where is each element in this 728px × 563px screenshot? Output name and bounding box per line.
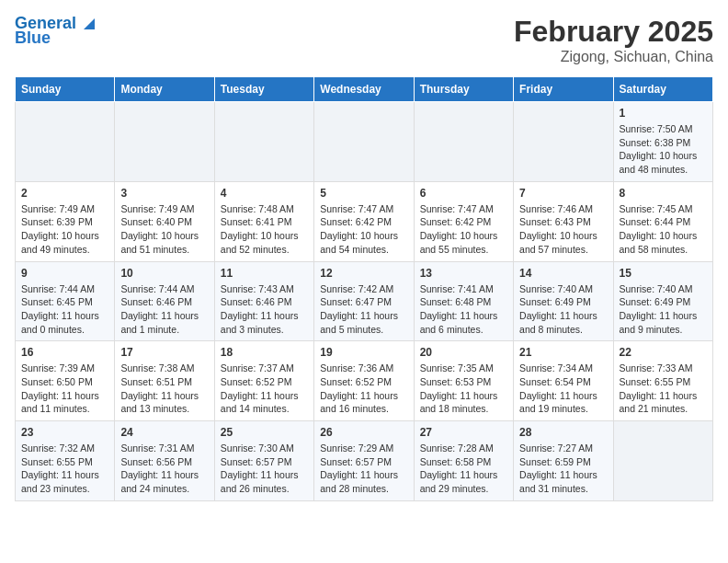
logo-blue: Blue <box>15 29 51 48</box>
day-cell <box>613 421 712 501</box>
weekday-header-thursday: Thursday <box>414 77 513 102</box>
logo-icon <box>78 13 98 33</box>
day-cell: 23Sunrise: 7:32 AMSunset: 6:55 PMDayligh… <box>16 421 115 501</box>
day-info: Sunrise: 7:43 AMSunset: 6:46 PMDaylight:… <box>221 282 308 337</box>
day-number: 14 <box>519 267 607 280</box>
calendar-title: February 2025 Zigong, Sichuan, China <box>514 15 713 65</box>
weekday-header-saturday: Saturday <box>613 77 712 102</box>
weekday-header-monday: Monday <box>115 77 214 102</box>
day-cell <box>514 102 613 182</box>
day-number: 16 <box>21 346 108 359</box>
weekday-header-sunday: Sunday <box>16 77 115 102</box>
day-number: 11 <box>221 267 308 280</box>
day-number: 5 <box>320 187 407 200</box>
day-number: 28 <box>519 426 607 439</box>
day-cell: 15Sunrise: 7:40 AMSunset: 6:49 PMDayligh… <box>613 261 712 341</box>
day-number: 21 <box>519 346 607 359</box>
day-info: Sunrise: 7:47 AMSunset: 6:42 PMDaylight:… <box>320 202 407 257</box>
day-number: 24 <box>120 426 208 439</box>
day-cell: 17Sunrise: 7:38 AMSunset: 6:51 PMDayligh… <box>115 341 214 421</box>
day-cell: 3Sunrise: 7:49 AMSunset: 6:40 PMDaylight… <box>115 181 214 261</box>
day-info: Sunrise: 7:37 AMSunset: 6:52 PMDaylight:… <box>221 362 308 416</box>
day-cell: 14Sunrise: 7:40 AMSunset: 6:49 PMDayligh… <box>514 261 613 341</box>
day-cell: 10Sunrise: 7:44 AMSunset: 6:46 PMDayligh… <box>115 261 214 341</box>
day-cell: 13Sunrise: 7:41 AMSunset: 6:48 PMDayligh… <box>414 261 513 341</box>
day-info: Sunrise: 7:47 AMSunset: 6:42 PMDaylight:… <box>420 202 507 257</box>
weekday-header-wednesday: Wednesday <box>314 77 414 102</box>
logo: General Blue <box>15 15 98 48</box>
month-year-title: February 2025 <box>514 15 713 49</box>
day-cell: 18Sunrise: 7:37 AMSunset: 6:52 PMDayligh… <box>214 341 313 421</box>
day-info: Sunrise: 7:35 AMSunset: 6:53 PMDaylight:… <box>420 362 507 416</box>
day-number: 26 <box>320 426 407 439</box>
day-number: 15 <box>620 267 707 280</box>
day-cell: 28Sunrise: 7:27 AMSunset: 6:59 PMDayligh… <box>514 421 613 501</box>
day-number: 3 <box>120 187 208 200</box>
day-cell: 5Sunrise: 7:47 AMSunset: 6:42 PMDaylight… <box>314 181 414 261</box>
day-info: Sunrise: 7:41 AMSunset: 6:48 PMDaylight:… <box>420 282 507 337</box>
day-number: 20 <box>420 346 507 359</box>
day-info: Sunrise: 7:38 AMSunset: 6:51 PMDaylight:… <box>120 362 208 416</box>
day-info: Sunrise: 7:48 AMSunset: 6:41 PMDaylight:… <box>221 202 308 257</box>
day-cell: 19Sunrise: 7:36 AMSunset: 6:52 PMDayligh… <box>314 341 414 421</box>
week-row-4: 16Sunrise: 7:39 AMSunset: 6:50 PMDayligh… <box>16 341 713 421</box>
day-info: Sunrise: 7:32 AMSunset: 6:55 PMDaylight:… <box>21 442 108 496</box>
calendar-table: SundayMondayTuesdayWednesdayThursdayFrid… <box>15 76 713 501</box>
day-cell: 2Sunrise: 7:49 AMSunset: 6:39 PMDaylight… <box>16 181 115 261</box>
weekday-header-friday: Friday <box>514 77 613 102</box>
day-number: 2 <box>21 187 108 200</box>
svg-marker-0 <box>84 18 95 29</box>
day-number: 18 <box>221 346 308 359</box>
day-number: 4 <box>221 187 308 200</box>
day-cell: 20Sunrise: 7:35 AMSunset: 6:53 PMDayligh… <box>414 341 513 421</box>
day-info: Sunrise: 7:49 AMSunset: 6:39 PMDaylight:… <box>21 202 108 257</box>
day-info: Sunrise: 7:46 AMSunset: 6:43 PMDaylight:… <box>519 202 607 257</box>
day-number: 25 <box>221 426 308 439</box>
day-cell: 9Sunrise: 7:44 AMSunset: 6:45 PMDaylight… <box>16 261 115 341</box>
week-row-5: 23Sunrise: 7:32 AMSunset: 6:55 PMDayligh… <box>16 421 713 501</box>
day-number: 17 <box>120 346 208 359</box>
day-info: Sunrise: 7:36 AMSunset: 6:52 PMDaylight:… <box>320 362 407 416</box>
day-cell <box>115 102 214 182</box>
week-row-1: 1Sunrise: 7:50 AMSunset: 6:38 PMDaylight… <box>16 102 713 182</box>
day-number: 7 <box>519 187 607 200</box>
day-cell: 4Sunrise: 7:48 AMSunset: 6:41 PMDaylight… <box>214 181 313 261</box>
day-info: Sunrise: 7:34 AMSunset: 6:54 PMDaylight:… <box>519 362 607 416</box>
day-cell: 16Sunrise: 7:39 AMSunset: 6:50 PMDayligh… <box>16 341 115 421</box>
day-number: 6 <box>420 187 507 200</box>
day-cell <box>414 102 513 182</box>
day-cell: 24Sunrise: 7:31 AMSunset: 6:56 PMDayligh… <box>115 421 214 501</box>
week-row-2: 2Sunrise: 7:49 AMSunset: 6:39 PMDaylight… <box>16 181 713 261</box>
day-number: 19 <box>320 346 407 359</box>
day-number: 9 <box>21 267 108 280</box>
day-number: 13 <box>420 267 507 280</box>
day-info: Sunrise: 7:44 AMSunset: 6:46 PMDaylight:… <box>120 282 208 337</box>
day-number: 1 <box>620 107 707 120</box>
week-row-3: 9Sunrise: 7:44 AMSunset: 6:45 PMDaylight… <box>16 261 713 341</box>
day-info: Sunrise: 7:50 AMSunset: 6:38 PMDaylight:… <box>620 122 707 177</box>
day-number: 27 <box>420 426 507 439</box>
day-info: Sunrise: 7:40 AMSunset: 6:49 PMDaylight:… <box>620 282 707 337</box>
day-cell <box>214 102 313 182</box>
day-info: Sunrise: 7:45 AMSunset: 6:44 PMDaylight:… <box>620 202 707 257</box>
day-cell: 1Sunrise: 7:50 AMSunset: 6:38 PMDaylight… <box>613 102 712 182</box>
day-cell: 26Sunrise: 7:29 AMSunset: 6:57 PMDayligh… <box>314 421 414 501</box>
day-info: Sunrise: 7:28 AMSunset: 6:58 PMDaylight:… <box>420 442 507 496</box>
weekday-header-row: SundayMondayTuesdayWednesdayThursdayFrid… <box>16 77 713 102</box>
day-cell: 22Sunrise: 7:33 AMSunset: 6:55 PMDayligh… <box>613 341 712 421</box>
day-info: Sunrise: 7:27 AMSunset: 6:59 PMDaylight:… <box>519 442 607 496</box>
day-info: Sunrise: 7:42 AMSunset: 6:47 PMDaylight:… <box>320 282 407 337</box>
day-info: Sunrise: 7:30 AMSunset: 6:57 PMDaylight:… <box>221 442 308 496</box>
day-number: 12 <box>320 267 407 280</box>
day-info: Sunrise: 7:44 AMSunset: 6:45 PMDaylight:… <box>21 282 108 337</box>
day-number: 8 <box>620 187 707 200</box>
day-info: Sunrise: 7:31 AMSunset: 6:56 PMDaylight:… <box>120 442 208 496</box>
location-subtitle: Zigong, Sichuan, China <box>514 49 713 65</box>
day-cell: 7Sunrise: 7:46 AMSunset: 6:43 PMDaylight… <box>514 181 613 261</box>
day-cell: 27Sunrise: 7:28 AMSunset: 6:58 PMDayligh… <box>414 421 513 501</box>
day-info: Sunrise: 7:39 AMSunset: 6:50 PMDaylight:… <box>21 362 108 416</box>
day-cell <box>16 102 115 182</box>
day-number: 10 <box>120 267 208 280</box>
day-cell: 21Sunrise: 7:34 AMSunset: 6:54 PMDayligh… <box>514 341 613 421</box>
page-header: General Blue February 2025 Zigong, Sichu… <box>15 15 713 65</box>
